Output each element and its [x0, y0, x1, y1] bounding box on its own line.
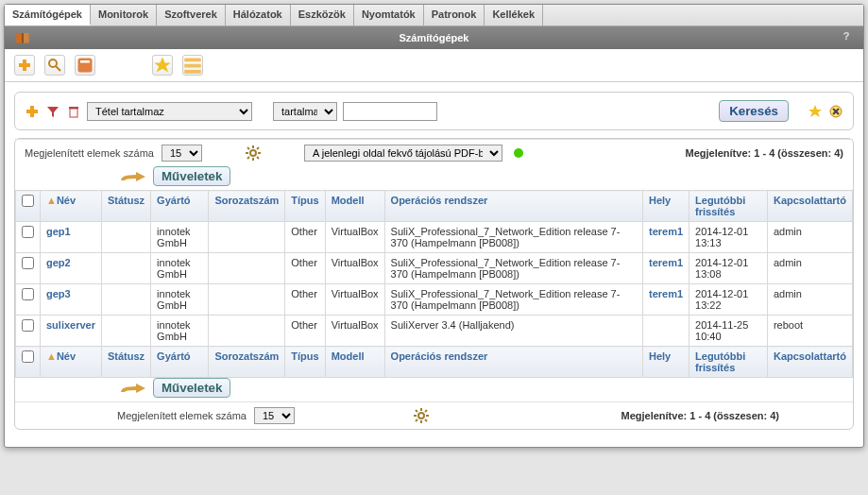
global-criteria-icon[interactable]	[45, 104, 60, 119]
add-icon[interactable]	[14, 55, 35, 76]
tab-consumables[interactable]: Kellékek	[485, 5, 543, 26]
row-checkbox[interactable]	[22, 226, 34, 238]
display-bar-top: Megjelenített elemek száma 15 A jelenleg…	[15, 139, 853, 166]
arrow-icon	[119, 383, 147, 394]
tab-networks[interactable]: Hálózatok	[226, 5, 291, 26]
col-contact[interactable]: Kapcsolattartó	[767, 191, 852, 222]
arrow-icon	[119, 171, 147, 182]
list-icon[interactable]	[182, 55, 203, 76]
star-icon[interactable]	[808, 104, 823, 119]
table-row: gep1innotek GmbHOtherVirtualBoxSuliX_Pro…	[16, 222, 853, 253]
row-location-link[interactable]: terem1	[649, 226, 683, 237]
row-location-link[interactable]: terem1	[649, 257, 683, 268]
row-status	[101, 316, 150, 347]
row-checkbox[interactable]	[22, 288, 34, 300]
delete-criteria-icon[interactable]	[66, 104, 81, 119]
data-table: ▲Név Státusz Gyártó Sorozatszám Típus Mo…	[15, 190, 853, 378]
table-row: gep2innotek GmbHOtherVirtualBoxSuliX_Pro…	[16, 253, 853, 284]
tab-monitors[interactable]: Monitorok	[91, 5, 157, 26]
col-model-f[interactable]: Modell	[325, 347, 384, 378]
col-manufacturer-f[interactable]: Gyártó	[151, 347, 209, 378]
template-icon[interactable]	[75, 55, 95, 76]
row-checkbox[interactable]	[22, 319, 34, 332]
help-icon[interactable]: ?	[839, 30, 854, 45]
col-manufacturer[interactable]: Gyártó	[151, 191, 209, 222]
col-updated-f[interactable]: Legutóbbi frissítés	[689, 347, 768, 378]
toolbar	[5, 49, 863, 82]
row-name-link[interactable]: sulixerver	[46, 319, 95, 331]
svg-rect-8	[184, 70, 201, 74]
reset-icon[interactable]	[828, 104, 843, 119]
ops-button-top[interactable]: Műveletek	[153, 166, 230, 186]
col-os[interactable]: Operációs rendszer	[384, 191, 642, 222]
row-name-link[interactable]: gep3	[46, 288, 71, 299]
row-location-link[interactable]: terem1	[649, 288, 683, 299]
row-updated: 2014-12-01 13:08	[689, 253, 768, 284]
book-icon[interactable]	[14, 30, 31, 47]
col-updated[interactable]: Legutóbbi frissítés	[689, 191, 768, 222]
col-contact-f[interactable]: Kapcsolattartó	[767, 347, 852, 378]
row-model: VirtualBox	[325, 284, 384, 316]
row-name-link[interactable]: gep1	[46, 226, 71, 237]
col-status[interactable]: Státusz	[101, 191, 150, 222]
row-contact: admin	[767, 253, 852, 284]
svg-line-3	[56, 66, 60, 71]
row-name-link[interactable]: gep2	[46, 257, 71, 268]
col-serial[interactable]: Sorozatszám	[209, 191, 285, 222]
col-location-f[interactable]: Hely	[642, 347, 689, 378]
ops-row-top: Műveletek	[15, 166, 853, 190]
row-manufacturer: innotek GmbH	[151, 222, 209, 253]
sort-asc-icon: ▲	[46, 350, 57, 362]
row-model: VirtualBox	[325, 253, 384, 284]
svg-rect-11	[70, 109, 77, 117]
row-model: VirtualBox	[325, 222, 384, 253]
tab-devices[interactable]: Eszközök	[291, 5, 354, 26]
col-name-f[interactable]: ▲Név	[41, 347, 102, 378]
count-label-bottom: Megjelenített elemek száma	[117, 410, 247, 421]
row-contact: admin	[767, 222, 852, 253]
tab-printers[interactable]: Nyomtatók	[354, 5, 424, 26]
pager-text-top: Megjelenítve: 1 - 4 (összesen: 4)	[686, 147, 844, 159]
row-checkbox[interactable]	[22, 257, 34, 269]
gear-icon[interactable]	[246, 145, 261, 161]
col-type[interactable]: Típus	[285, 191, 325, 222]
search-value-input[interactable]	[343, 102, 437, 121]
search-button[interactable]: Keresés	[719, 100, 789, 122]
row-type: Other	[285, 316, 325, 347]
ops-button-bottom[interactable]: Műveletek	[153, 378, 230, 398]
col-location[interactable]: Hely	[642, 191, 689, 222]
count-select-bottom[interactable]: 15	[254, 407, 295, 424]
select-all-checkbox-bottom[interactable]	[22, 350, 34, 363]
select-all-checkbox[interactable]	[22, 195, 34, 207]
col-model[interactable]: Modell	[325, 191, 384, 222]
count-select[interactable]: 15	[162, 145, 202, 162]
row-os: SuliXerver 3.4 (Halljakend)	[384, 316, 642, 347]
col-os-f[interactable]: Operációs rendszer	[384, 347, 642, 378]
table-row: gep3innotek GmbHOtherVirtualBoxSuliX_Pro…	[16, 284, 853, 316]
pdf-export-select[interactable]: A jelenlegi oldal fekvő tájolású PDF-ben	[304, 145, 502, 162]
col-name[interactable]: ▲Név	[41, 191, 102, 222]
search-icon[interactable]	[44, 55, 65, 76]
search-field-select[interactable]: Tétel tartalmaz	[87, 102, 252, 121]
bookmark-icon[interactable]	[152, 55, 173, 76]
row-os: SuliX_Professional_7_Network_Edition rel…	[384, 253, 642, 284]
display-bar-bottom: Megjelenített elemek száma 15 Megjelenít…	[15, 401, 853, 429]
row-type: Other	[285, 253, 325, 284]
add-criteria-icon[interactable]	[25, 104, 40, 119]
export-go-icon[interactable]	[514, 148, 523, 158]
tab-computers[interactable]: Számítógépek	[5, 5, 91, 26]
col-serial-f[interactable]: Sorozatszám	[209, 347, 285, 378]
row-os: SuliX_Professional_7_Network_Edition rel…	[384, 222, 642, 253]
svg-point-16	[250, 150, 256, 156]
row-contact: admin	[767, 284, 852, 316]
row-serial	[209, 284, 285, 316]
gear-icon-bottom[interactable]	[414, 408, 429, 423]
col-type-f[interactable]: Típus	[285, 347, 325, 378]
row-status	[101, 284, 150, 316]
col-status-f[interactable]: Státusz	[101, 347, 150, 378]
svg-rect-1	[19, 63, 30, 67]
tab-software[interactable]: Szoftverek	[157, 5, 226, 26]
svg-rect-7	[184, 64, 201, 68]
search-operator-select[interactable]: tartalmaz	[273, 102, 337, 121]
tab-cartridges[interactable]: Patronok	[424, 5, 485, 26]
